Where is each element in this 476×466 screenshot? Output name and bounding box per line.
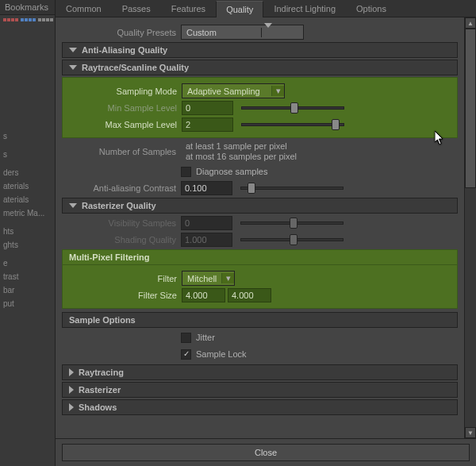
section-raytrace-scanline[interactable]: Raytrace/Scanline Quality	[62, 60, 458, 75]
collapse-icon	[69, 368, 74, 376]
close-button[interactable]: Close	[62, 444, 470, 461]
filter-label: Filter	[63, 274, 182, 283]
min-sample-slider[interactable]	[241, 106, 344, 110]
shading-quality-input	[181, 233, 232, 247]
section-shadows[interactable]: Shadows	[62, 399, 458, 415]
collapse-icon	[69, 386, 74, 394]
min-sample-input[interactable]	[182, 101, 233, 115]
checkbox-icon	[181, 349, 191, 360]
section-rasterizer[interactable]: Rasterizer	[62, 382, 458, 398]
section-sample-options[interactable]: Sample Options	[62, 312, 458, 328]
render-settings-dialog: Common Passes Features Quality Indirect …	[56, 0, 476, 466]
tab-passes[interactable]: Passes	[112, 0, 161, 17]
bookmark-item[interactable]: s	[0, 129, 55, 143]
bookmark-item[interactable]: aterials	[0, 179, 55, 193]
checkbox-icon	[181, 333, 191, 343]
chevron-down-icon: ▾	[221, 273, 234, 283]
bookmark-item[interactable]: e	[0, 256, 55, 270]
chevron-down-icon	[261, 28, 274, 37]
expand-icon	[69, 48, 77, 52]
bookmark-item[interactable]: hts	[0, 225, 55, 238]
diagnose-samples-checkbox[interactable]: Diagnose samples	[181, 167, 268, 177]
visibility-samples-label: Visibility Samples	[62, 218, 181, 228]
tab-quality[interactable]: Quality	[216, 1, 263, 17]
grid-icon-red[interactable]	[3, 18, 18, 21]
quality-presets-dropdown[interactable]: Custom	[181, 25, 304, 40]
scroll-track[interactable]	[465, 29, 476, 427]
aa-contrast-input[interactable]	[181, 181, 232, 195]
checkbox-icon	[181, 167, 191, 177]
bookmarks-panel: Bookmarks ssdersaterialsaterialsmetric M…	[0, 0, 56, 466]
num-samples-info: at least 1 sample per pixel at most 16 s…	[181, 141, 297, 162]
grid-icon-blue[interactable]	[21, 18, 36, 21]
filter-size-label: Filter Size	[63, 291, 182, 300]
tab-bar: Common Passes Features Quality Indirect …	[56, 0, 476, 17]
section-multi-pixel-filtering[interactable]: Multi-Pixel Filtering	[62, 249, 458, 265]
highlighted-sampling-block: Sampling Mode Adaptive Sampling ▾ Min Sa…	[62, 77, 458, 138]
num-samples-label: Number of Samples	[62, 147, 181, 156]
section-raytracing[interactable]: Raytracing	[62, 364, 458, 380]
jitter-checkbox[interactable]: Jitter	[181, 333, 215, 343]
bookmark-item[interactable]: trast	[0, 270, 55, 283]
sample-lock-checkbox[interactable]: Sample Lock	[181, 349, 247, 360]
expand-icon	[69, 65, 77, 70]
scroll-down-arrow[interactable]: ▼	[465, 427, 476, 438]
visibility-samples-input	[181, 216, 232, 230]
filter-size-y-input[interactable]	[228, 288, 271, 302]
grid-icon-gray[interactable]	[38, 18, 53, 21]
scroll-thumb[interactable]	[465, 29, 476, 188]
bookmark-item[interactable]: s	[0, 148, 55, 161]
sampling-mode-dropdown[interactable]: Adaptive Sampling ▾	[182, 83, 285, 98]
expand-icon	[69, 203, 77, 208]
section-rasterizer-quality[interactable]: Rasterizer Quality	[62, 198, 458, 214]
aa-contrast-label: Anti-aliasing Contrast	[62, 183, 181, 193]
chevron-down-icon: ▾	[271, 86, 284, 96]
filter-size-x-input[interactable]	[182, 288, 225, 302]
aa-contrast-slider[interactable]	[240, 187, 344, 190]
collapse-icon	[69, 403, 74, 411]
visibility-samples-slider	[240, 221, 344, 225]
bookmark-item[interactable]: ghts	[0, 238, 55, 252]
tab-common[interactable]: Common	[56, 0, 112, 17]
quality-presets-label: Quality Presets	[62, 28, 181, 37]
min-sample-label: Min Sample Level	[63, 103, 182, 113]
tab-options[interactable]: Options	[346, 0, 397, 17]
sampling-mode-label: Sampling Mode	[63, 87, 182, 96]
shading-quality-label: Shading Quality	[62, 235, 181, 245]
max-sample-label: Max Sample Level	[63, 120, 182, 129]
max-sample-slider[interactable]	[241, 123, 344, 126]
bookmark-item[interactable]: aterials	[0, 193, 55, 206]
filter-dropdown[interactable]: Mitchell ▾	[182, 271, 235, 286]
tab-features[interactable]: Features	[161, 0, 216, 17]
quality-tab-content: Quality Presets Custom Anti-Aliasing Qua…	[56, 17, 464, 438]
max-sample-input[interactable]	[182, 117, 233, 132]
section-anti-aliasing-quality[interactable]: Anti-Aliasing Quality	[62, 42, 458, 58]
bookmarks-list: ssdersaterialsaterialsmetric Ma...htsght…	[0, 25, 55, 466]
vertical-scrollbar[interactable]: ▲ ▼	[464, 17, 476, 438]
tab-indirect-lighting[interactable]: Indirect Lighting	[263, 0, 346, 17]
bookmarks-toolbar	[0, 15, 55, 25]
bookmark-item[interactable]: metric Ma...	[0, 206, 55, 220]
bookmarks-title: Bookmarks	[0, 0, 55, 15]
bookmark-item[interactable]: ders	[0, 166, 55, 179]
bookmark-item[interactable]: put	[0, 297, 55, 310]
shading-quality-slider	[240, 238, 344, 241]
bookmark-item[interactable]: bar	[0, 283, 55, 297]
scroll-up-arrow[interactable]: ▲	[465, 17, 476, 29]
